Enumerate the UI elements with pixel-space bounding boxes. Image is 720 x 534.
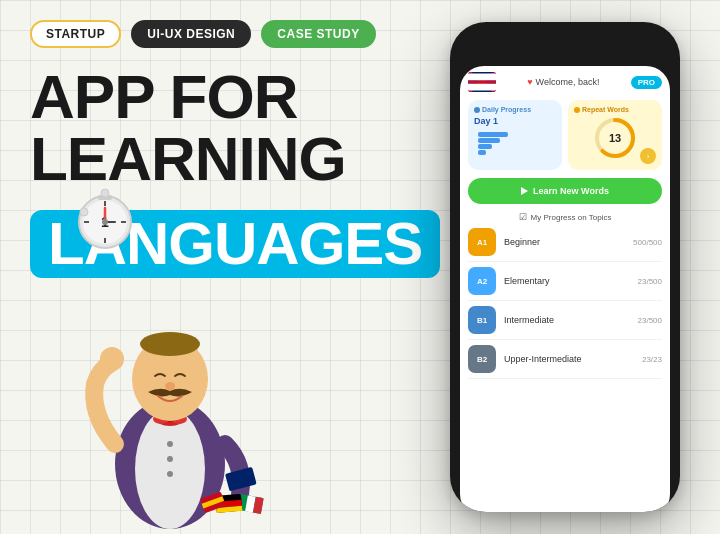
left-section: STARTUP UI-UX DESIGN CASE STUDY APP FOR … — [0, 0, 420, 534]
welcome-text: ♥ Welcome, back! — [527, 77, 599, 87]
level-name-b1: Intermediate — [504, 315, 638, 325]
arrow-right-icon[interactable]: › — [640, 148, 656, 164]
page-container: STARTUP UI-UX DESIGN CASE STUDY APP FOR … — [0, 0, 720, 534]
phone-notch — [525, 36, 605, 58]
welcome-label: Welcome, back! — [536, 77, 600, 87]
level-badge-a2: A2 — [468, 267, 496, 295]
level-count-b2: 23/23 — [642, 355, 662, 364]
character-illustration: 1 — [10, 234, 330, 534]
svg-point-14 — [140, 332, 200, 356]
tags-row: STARTUP UI-UX DESIGN CASE STUDY — [30, 20, 400, 48]
tag-startup[interactable]: STARTUP — [30, 20, 121, 48]
right-section: ♥ Welcome, back! PRO Daily Prog — [420, 0, 720, 534]
screen-topbar: ♥ Welcome, back! PRO — [468, 72, 662, 92]
progress-section-title: ☑ My Progress on Topics — [468, 212, 662, 222]
svg-point-35 — [102, 219, 108, 225]
day-label: Day 1 — [474, 116, 556, 126]
progress-title-label: My Progress on Topics — [531, 213, 612, 222]
circle-progress: 13 — [593, 116, 637, 160]
phone-screen: ♥ Welcome, back! PRO Daily Prog — [460, 66, 670, 512]
dot-icon — [574, 107, 580, 113]
learn-new-words-button[interactable]: Learn New Words — [468, 178, 662, 204]
svg-point-37 — [101, 189, 109, 197]
card-repeat-words[interactable]: Repeat Words 13 › — [568, 100, 662, 170]
svg-point-15 — [165, 382, 175, 390]
heading-line1: APP FOR — [30, 66, 400, 128]
level-count-a2: 23/500 — [638, 277, 662, 286]
level-badge-a1: A1 — [468, 228, 496, 256]
heading-line2: LEARNING — [30, 128, 400, 190]
svg-point-16 — [100, 347, 124, 371]
level-count-a1: 500/500 — [633, 238, 662, 247]
levels-list: A1 Beginner 500/500 A2 Elementary 23/ — [468, 228, 662, 379]
level-row-b2[interactable]: B2 Upper-Intermediate 23/23 — [468, 345, 662, 379]
cards-row: Daily Progress Day 1 — [468, 100, 662, 170]
level-row-a1[interactable]: A1 Beginner 500/500 — [468, 228, 662, 262]
heart-icon: ♥ — [527, 77, 532, 87]
level-name-a1: Beginner — [504, 237, 633, 247]
learn-btn-label: Learn New Words — [533, 186, 609, 196]
dot-icon — [474, 107, 480, 113]
svg-point-3 — [167, 456, 173, 462]
repeat-title: Repeat Words — [574, 106, 656, 113]
pro-badge: PRO — [631, 76, 662, 89]
phone-frame: ♥ Welcome, back! PRO Daily Prog — [450, 22, 680, 512]
level-name-b2: Upper-Intermediate — [504, 354, 642, 364]
screen-content: ♥ Welcome, back! PRO Daily Prog — [460, 66, 670, 390]
level-count-b1: 23/500 — [638, 316, 662, 325]
phone-mockup: ♥ Welcome, back! PRO Daily Prog — [450, 22, 680, 512]
level-name-a2: Elementary — [504, 276, 638, 286]
level-badge-b1: B1 — [468, 306, 496, 334]
svg-point-38 — [80, 208, 88, 216]
svg-rect-17 — [225, 467, 257, 492]
tag-case-study[interactable]: CASE STUDY — [261, 20, 375, 48]
daily-title: Daily Progress — [474, 106, 556, 113]
card-daily-progress[interactable]: Daily Progress Day 1 — [468, 100, 562, 170]
flag-uk-icon — [468, 72, 496, 92]
svg-point-2 — [167, 441, 173, 447]
circle-number: 13 — [593, 116, 637, 160]
svg-point-4 — [167, 471, 173, 477]
level-badge-b2: B2 — [468, 345, 496, 373]
tag-uiux[interactable]: UI-UX DESIGN — [131, 20, 251, 48]
play-icon — [521, 187, 528, 195]
level-row-b1[interactable]: B1 Intermediate 23/500 — [468, 306, 662, 340]
level-row-a2[interactable]: A2 Elementary 23/500 — [468, 267, 662, 301]
progress-icon: ☑ — [519, 212, 527, 222]
